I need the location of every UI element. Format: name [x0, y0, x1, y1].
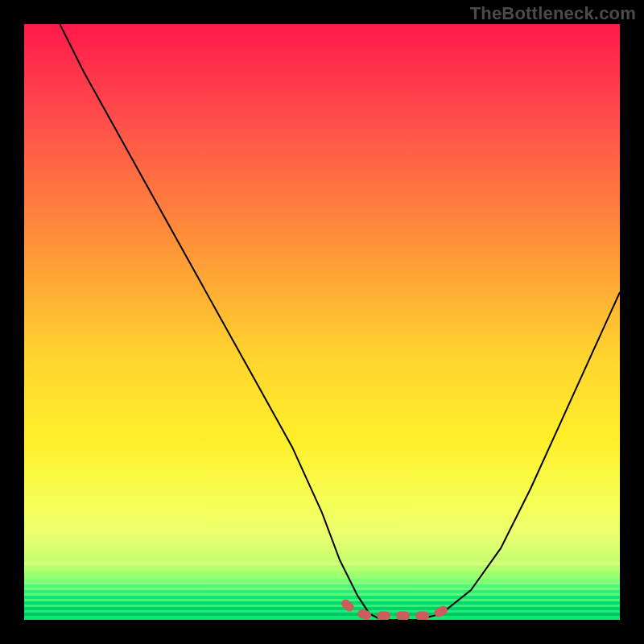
- watermark-text: TheBottleneck.com: [470, 3, 636, 24]
- gradient-background: [24, 24, 620, 620]
- bottleneck-chart: [24, 24, 620, 620]
- chart-frame: TheBottleneck.com: [0, 0, 644, 644]
- plot-area: [24, 24, 620, 620]
